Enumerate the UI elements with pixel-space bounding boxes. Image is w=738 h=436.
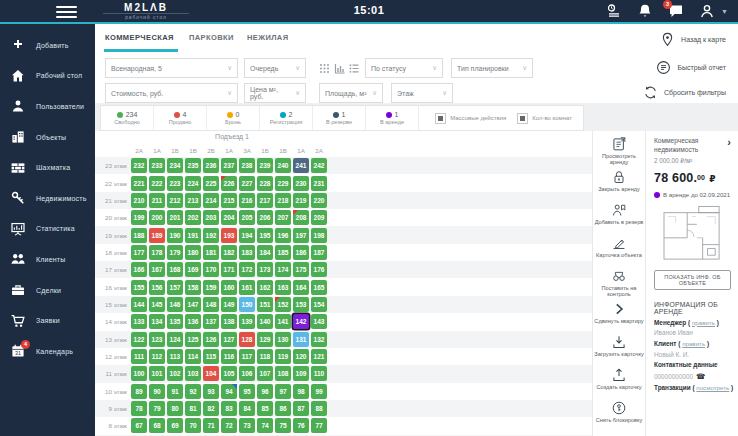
unit-cell[interactable]: 141 [275, 314, 291, 329]
rooms-count-checkbox[interactable]: Кол-во комнат [517, 113, 572, 124]
legend-item-sold[interactable]: 4Продано [154, 106, 207, 130]
unit-cell[interactable]: 212 [167, 193, 183, 208]
price-filter-dropdown[interactable]: Стоимость, руб.∨ [105, 83, 238, 103]
unit-cell[interactable]: 149 [221, 297, 237, 312]
unit-cell[interactable]: 150 [239, 297, 255, 312]
price-m2-filter-dropdown[interactable]: Цена м², руб.∨ [244, 83, 306, 103]
unit-cell[interactable]: 68 [149, 418, 165, 433]
back-to-map-button[interactable]: Назад к карте [660, 32, 726, 47]
unit-cell[interactable]: 188 [131, 228, 147, 243]
unit-cell[interactable]: 100 [131, 366, 147, 381]
unit-cell[interactable]: 94 [221, 384, 237, 399]
unit-cell[interactable]: 220 [311, 193, 327, 208]
unit-cell[interactable]: 181 [203, 245, 219, 260]
unit-cell[interactable]: 85 [257, 401, 273, 416]
sidebar-item-deals[interactable]: Сделки [0, 275, 95, 306]
unit-cell[interactable]: 178 [149, 245, 165, 260]
create-card-button[interactable]: Создать карточку [593, 367, 645, 400]
unit-cell[interactable]: 74 [257, 418, 273, 433]
unit-cell[interactable]: 203 [203, 210, 219, 225]
unit-cell[interactable]: 128 [239, 332, 255, 347]
unit-cell[interactable]: 215 [221, 193, 237, 208]
unit-cell[interactable]: 72 [221, 418, 237, 433]
unit-cell[interactable]: 121 [311, 349, 327, 364]
unit-cell[interactable]: 241 [293, 158, 309, 173]
unit-cell[interactable]: 69 [167, 418, 183, 433]
unit-cell[interactable]: 91 [167, 384, 183, 399]
unit-cell[interactable]: 239 [257, 158, 273, 173]
unit-cell[interactable]: 145 [149, 297, 165, 312]
unit-cell[interactable]: 161 [239, 280, 255, 295]
queue-filter-dropdown[interactable]: Очередь∨ [244, 58, 306, 78]
unit-cell[interactable]: 197 [293, 228, 309, 243]
unit-cell[interactable]: 75 [275, 418, 291, 433]
unit-cell[interactable]: 227 [239, 176, 255, 191]
unit-cell[interactable]: 106 [239, 366, 255, 381]
unit-cell[interactable]: 172 [239, 262, 255, 277]
unit-cell[interactable]: 176 [311, 262, 327, 277]
unit-cell[interactable]: 158 [185, 280, 201, 295]
unit-cell[interactable]: 228 [257, 176, 273, 191]
sidebar-item-add[interactable]: Добавить [0, 30, 95, 61]
unit-cell[interactable]: 115 [203, 349, 219, 364]
unit-cell[interactable]: 198 [311, 228, 327, 243]
unit-cell[interactable]: 180 [185, 245, 201, 260]
unit-cell[interactable]: 230 [293, 176, 309, 191]
status-filter-dropdown[interactable]: По статусу∨ [365, 58, 443, 78]
unit-cell[interactable]: 206 [257, 210, 273, 225]
unit-cell[interactable]: 170 [203, 262, 219, 277]
phone-icon[interactable]: ☎ [696, 372, 705, 381]
unit-cell[interactable]: 77 [311, 418, 327, 433]
tab-nonresidential[interactable]: НЕЖИЛАЯ [247, 33, 288, 42]
unit-cell[interactable]: 236 [203, 158, 219, 173]
quick-report-button[interactable]: Быстрый отчет [656, 60, 726, 75]
unit-cell[interactable]: 160 [221, 280, 237, 295]
unit-cell[interactable]: 218 [275, 193, 291, 208]
unit-cell[interactable]: 199 [131, 210, 147, 225]
unit-cell[interactable]: 211 [149, 193, 165, 208]
sidebar-item-clients[interactable]: Клиенты [0, 244, 95, 275]
unit-cell[interactable]: 112 [149, 349, 165, 364]
unit-cell[interactable]: 152 [275, 297, 291, 312]
unit-cell[interactable]: 140 [257, 314, 273, 329]
unit-cell[interactable]: 71 [203, 418, 219, 433]
unit-cell[interactable]: 122 [131, 332, 147, 347]
unit-cell[interactable]: 80 [167, 401, 183, 416]
unit-cell[interactable]: 237 [221, 158, 237, 173]
client-edit-link[interactable]: править [682, 340, 705, 347]
unit-cell[interactable]: 205 [239, 210, 255, 225]
unit-cell[interactable]: 134 [149, 314, 165, 329]
unit-cell[interactable]: 78 [131, 401, 147, 416]
unit-cell[interactable]: 234 [167, 158, 183, 173]
sidebar-item-desktop[interactable]: Рабочий стол [0, 61, 95, 92]
view-list-icon[interactable] [349, 63, 360, 74]
unit-cell[interactable]: 164 [293, 280, 309, 295]
unit-cell[interactable]: 171 [221, 262, 237, 277]
unit-cell[interactable]: 200 [149, 210, 165, 225]
unit-cell[interactable]: 163 [275, 280, 291, 295]
unit-cell[interactable]: 87 [293, 401, 309, 416]
panel-expand-chevron-icon[interactable]: › [727, 137, 731, 154]
move-unit-button[interactable]: Сдвинуть квартиру [593, 301, 645, 334]
add-reserve-button[interactable]: Добавить в резерв [593, 202, 645, 235]
sidebar-item-chessboard[interactable]: Шахматка [0, 152, 95, 183]
mass-actions-checkbox[interactable]: Массовые действия [435, 113, 506, 124]
unit-cell[interactable]: 174 [275, 262, 291, 277]
unit-cell[interactable]: 110 [311, 366, 327, 381]
transactions-view-link[interactable]: посмотреть [696, 384, 729, 391]
unit-cell[interactable]: 201 [167, 210, 183, 225]
unit-cell[interactable]: 175 [293, 262, 309, 277]
unit-cell[interactable]: 186 [293, 245, 309, 260]
unit-cell[interactable]: 209 [311, 210, 327, 225]
sidebar-item-users[interactable]: Пользователи [0, 91, 95, 122]
profile-chevron-icon[interactable]: ▼ [721, 8, 728, 15]
sidebar-item-realty[interactable]: Недвижимость [0, 183, 95, 214]
unit-cell[interactable]: 139 [239, 314, 255, 329]
unit-cell[interactable]: 191 [185, 228, 201, 243]
unit-cell[interactable]: 179 [167, 245, 183, 260]
unit-cell[interactable]: 165 [311, 280, 327, 295]
unit-cell[interactable]: 204 [221, 210, 237, 225]
unit-cell[interactable]: 137 [203, 314, 219, 329]
unit-cell[interactable]: 70 [185, 418, 201, 433]
unit-cell[interactable]: 98 [293, 384, 309, 399]
